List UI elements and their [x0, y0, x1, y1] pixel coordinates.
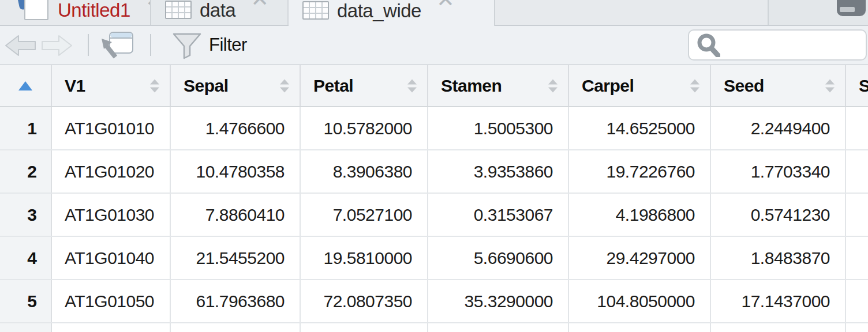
column-header-label: Seed — [711, 76, 764, 96]
table-cell: 3.9353860 — [428, 150, 569, 193]
table-cell: 35.3290000 — [428, 280, 569, 322]
table-cell: 7.8860410 — [171, 194, 301, 236]
table-cell — [846, 323, 868, 332]
column-header-v1[interactable]: V1 — [52, 65, 171, 106]
pane-controls-area — [768, 0, 868, 25]
search-box[interactable] — [688, 29, 867, 61]
editor-tab-bar: Untitled1 ✕ data ✕ data_wide ✕ — [0, 0, 868, 26]
table-cell: AT1G01040 — [52, 237, 171, 279]
forward-arrow-icon[interactable] — [40, 35, 73, 59]
toolbar-separator — [150, 34, 151, 56]
table-row: 1AT1G010101.476660010.57820001.500530014… — [0, 107, 868, 150]
row-number-cell: 3 — [0, 194, 52, 236]
table-cell: AT1G01050 — [52, 280, 171, 322]
sort-arrows-icon — [150, 79, 159, 92]
table-cell: 21.5455200 — [171, 237, 301, 279]
data-grid-icon — [302, 1, 329, 20]
table-cell: AT1G01010 — [52, 107, 171, 149]
sort-arrows-icon — [825, 79, 835, 92]
table-cell: 5.6690600 — [428, 237, 569, 279]
filter-funnel-icon[interactable] — [172, 33, 202, 62]
tab-data-wide[interactable]: data_wide ✕ — [289, 0, 495, 26]
pane-window-icon[interactable] — [837, 0, 866, 16]
close-tab-icon[interactable]: ✕ — [145, 0, 151, 22]
table-cell: 29.4297000 — [569, 237, 711, 279]
table-cell: AT1G01030 — [52, 194, 171, 236]
table-cell: 17.1437000 — [711, 280, 846, 322]
sort-arrows-icon — [407, 79, 417, 92]
row-number-header[interactable] — [0, 65, 52, 106]
close-tab-icon[interactable]: ✕ — [436, 0, 457, 23]
column-header-label: S — [846, 76, 868, 96]
table-cell: 2.2449400 — [711, 107, 846, 149]
table-cell: 4.1986800 — [569, 194, 711, 236]
search-icon — [696, 33, 720, 57]
table-row: 2AT1G0102010.47803588.39063803.935386019… — [0, 150, 868, 194]
table-cell: 1.8483870 — [711, 237, 846, 279]
sort-arrows-icon — [548, 79, 558, 92]
table-cell: 10.4780358 — [171, 150, 301, 193]
row-number-cell — [0, 323, 52, 332]
column-header-label: Stamen — [428, 76, 502, 96]
column-header-label: Petal — [301, 76, 353, 96]
table-cell — [846, 237, 868, 279]
table-cell — [301, 323, 428, 332]
table-cell — [52, 323, 171, 332]
table-cell: 1.5005300 — [428, 107, 569, 149]
table-cell: 0.3153067 — [428, 194, 569, 236]
column-header-stamen[interactable]: Stamen — [428, 65, 569, 106]
data-grid-icon — [165, 1, 192, 19]
sort-arrows-icon — [280, 79, 289, 92]
show-in-new-window-icon[interactable] — [99, 32, 134, 59]
table-cell: 10.5782000 — [301, 107, 428, 149]
row-number-cell: 2 — [0, 150, 52, 193]
table-cell: 14.6525000 — [569, 107, 711, 149]
column-header-label: Carpel — [569, 76, 634, 96]
close-tab-icon[interactable]: ✕ — [250, 0, 271, 22]
table-cell: 1.7703340 — [711, 150, 846, 193]
search-input[interactable] — [726, 33, 860, 57]
toolbar-separator — [88, 34, 89, 56]
table-cell: 1.4766600 — [171, 107, 301, 149]
column-header-label: V1 — [52, 76, 85, 96]
table-cell — [846, 280, 868, 322]
column-header-petal[interactable]: Petal — [301, 65, 428, 106]
table-cell — [569, 323, 711, 332]
filter-label[interactable]: Filter — [209, 35, 247, 55]
tab-untitled1[interactable]: Untitled1 ✕ — [0, 0, 151, 25]
table-cell — [846, 107, 868, 149]
tab-label: Untitled1 — [58, 0, 130, 21]
table-row: 3AT1G010307.88604107.05271000.31530674.1… — [0, 194, 868, 237]
table-cell: 104.8050000 — [569, 280, 711, 322]
table-cell — [711, 323, 846, 332]
column-header-carpel[interactable]: Carpel — [569, 65, 711, 106]
column-header-s[interactable]: S — [846, 65, 868, 106]
table-cell — [428, 323, 569, 332]
sort-ascending-icon — [18, 81, 32, 90]
data-viewer-toolbar: Filter — [0, 26, 868, 65]
tab-label: data_wide — [337, 0, 421, 22]
table-cell — [846, 194, 868, 236]
table-cell: 8.3906380 — [301, 150, 428, 193]
back-arrow-icon[interactable] — [5, 35, 37, 59]
table-cell: 19.5810000 — [301, 237, 428, 279]
tab-label: data — [200, 0, 235, 21]
table-cell: 0.5741230 — [711, 194, 846, 236]
column-header-sepal[interactable]: Sepal — [171, 65, 301, 106]
table-cell: 7.0527100 — [301, 194, 428, 236]
table-cell — [846, 150, 868, 193]
row-number-cell: 4 — [0, 237, 52, 279]
tab-data[interactable]: data ✕ — [151, 0, 289, 25]
table-row: 5AT1G0105061.796368072.080735035.3290000… — [0, 280, 868, 323]
column-header-seed[interactable]: Seed — [711, 65, 846, 106]
table-cell: 72.0807350 — [301, 280, 428, 322]
r-script-file-icon — [20, 0, 50, 20]
table-cell — [171, 323, 301, 332]
sort-arrows-icon — [690, 79, 699, 92]
table-row — [0, 323, 868, 332]
grid-header-row: V1SepalPetalStamenCarpelSeedS — [0, 65, 868, 107]
table-cell: 61.7963680 — [171, 280, 301, 322]
row-number-cell: 5 — [0, 280, 52, 322]
table-cell: 19.7226760 — [569, 150, 711, 193]
row-number-cell: 1 — [0, 107, 52, 149]
